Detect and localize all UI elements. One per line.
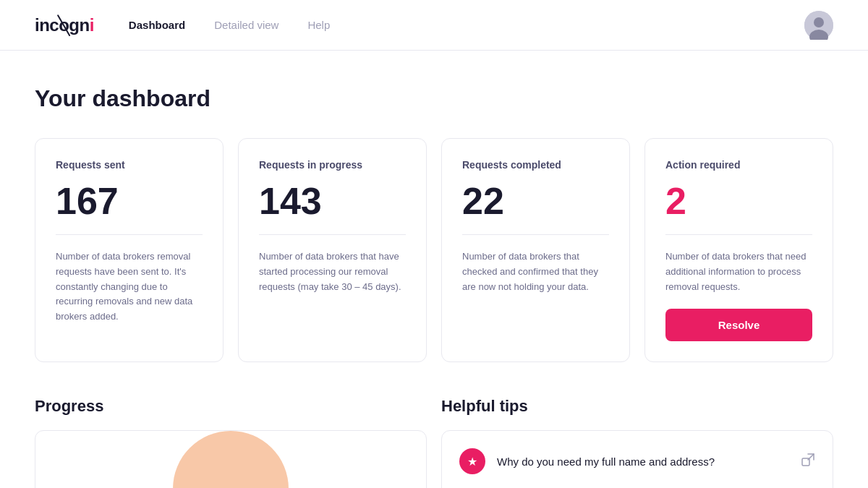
- progress-section: Progress: [35, 397, 427, 488]
- tip-icon-1: ★: [459, 448, 485, 474]
- external-link-icon[interactable]: [801, 453, 815, 471]
- account-button[interactable]: [804, 11, 833, 40]
- stat-label-requests-completed: Requests completed: [462, 159, 609, 171]
- progress-chart: [35, 431, 426, 488]
- stat-card-requests-in-progress: Requests in progress 143 Number of data …: [238, 138, 427, 362]
- nav-dashboard[interactable]: Dashboard: [129, 19, 185, 31]
- main-content: Your dashboard Requests sent 167 Number …: [0, 51, 868, 488]
- stat-desc-requests-in-progress: Number of data brokers that have started…: [259, 249, 406, 294]
- svg-point-1: [814, 17, 824, 27]
- page-title: Your dashboard: [35, 85, 833, 112]
- main-nav: Dashboard Detailed view Help: [129, 19, 804, 31]
- stat-divider-1: [56, 234, 203, 235]
- tips-title: Helpful tips: [441, 397, 833, 416]
- progress-title: Progress: [35, 397, 427, 416]
- svg-line-4: [808, 454, 814, 460]
- stat-label-requests-in-progress: Requests in progress: [259, 159, 406, 171]
- logo-text: incogni: [35, 15, 94, 35]
- nav-help[interactable]: Help: [307, 19, 330, 31]
- stat-value-requests-in-progress: 143: [259, 182, 406, 220]
- tips-section: Helpful tips ★ Why do you need my full n…: [441, 397, 833, 488]
- stat-card-requests-sent: Requests sent 167 Number of data brokers…: [35, 138, 224, 362]
- nav-detailed-view[interactable]: Detailed view: [214, 19, 278, 31]
- bottom-grid: Progress Helpful tips ★ Why do you need …: [35, 397, 833, 488]
- stat-label-requests-sent: Requests sent: [56, 159, 203, 171]
- link-arrow-icon: [801, 453, 815, 467]
- tips-card: ★ Why do you need my full name and addre…: [441, 430, 833, 488]
- stat-divider-2: [259, 234, 406, 235]
- header: incogni Dashboard Detailed view Help: [0, 0, 868, 51]
- stat-card-requests-completed: Requests completed 22 Number of data bro…: [441, 138, 630, 362]
- stats-grid: Requests sent 167 Number of data brokers…: [35, 138, 833, 362]
- donut-chart: [173, 431, 289, 488]
- tip-text-1: Why do you need my full name and address…: [497, 455, 789, 468]
- account-icon: [804, 11, 833, 40]
- stat-value-requests-completed: 22: [462, 182, 609, 220]
- stat-divider-4: [665, 234, 812, 235]
- star-icon: ★: [467, 455, 477, 468]
- stat-label-action-required: Action required: [665, 159, 812, 171]
- stat-card-action-required: Action required 2 Number of data brokers…: [644, 138, 833, 362]
- stat-value-action-required: 2: [665, 182, 812, 220]
- logo: incogni: [35, 15, 94, 35]
- stat-divider-3: [462, 234, 609, 235]
- progress-card: [35, 430, 427, 488]
- stat-desc-requests-sent: Number of data brokers removal requests …: [56, 249, 203, 325]
- stat-desc-action-required: Number of data brokers that need additio…: [665, 249, 812, 294]
- resolve-button[interactable]: Resolve: [665, 309, 812, 341]
- header-right: [804, 11, 833, 40]
- tip-item-1: ★ Why do you need my full name and addre…: [459, 448, 815, 474]
- stat-value-requests-sent: 167: [56, 182, 203, 220]
- stat-desc-requests-completed: Number of data brokers that checked and …: [462, 249, 609, 294]
